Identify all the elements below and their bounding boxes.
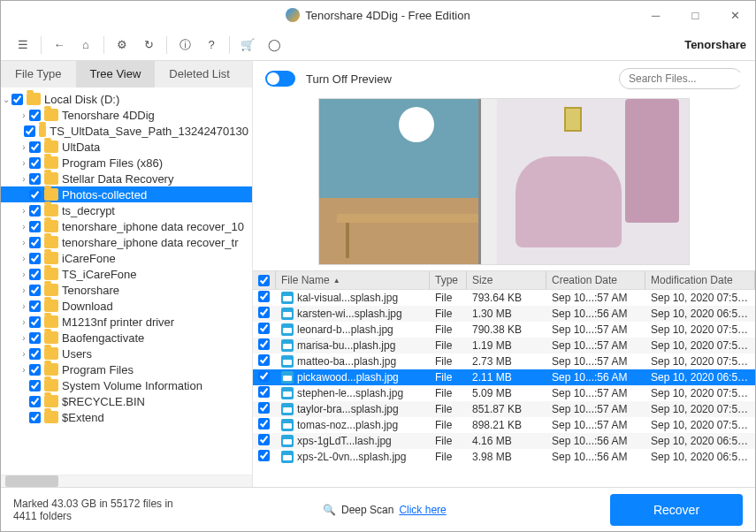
- file-row[interactable]: taylor-bra...splash.jpgFile851.87 KBSep …: [253, 401, 755, 417]
- tree-checkbox[interactable]: [29, 300, 41, 312]
- file-row[interactable]: kal-visual...splash.jpgFile793.64 KBSep …: [253, 290, 755, 306]
- preview-toggle[interactable]: [265, 71, 295, 87]
- tree-item[interactable]: ›Program Files (x86): [1, 155, 252, 171]
- tree-item[interactable]: ›Baofengactivate: [1, 330, 252, 346]
- tree-item[interactable]: ›Tenorshare: [1, 282, 252, 298]
- expand-icon[interactable]: ›: [19, 158, 29, 168]
- tree-item[interactable]: ›iCareFone: [1, 250, 252, 266]
- file-grid[interactable]: kal-visual...splash.jpgFile793.64 KBSep …: [253, 290, 755, 487]
- expand-icon[interactable]: ›: [19, 270, 29, 279]
- file-row[interactable]: karsten-wi...splash.jpgFile1.30 MBSep 10…: [253, 306, 755, 322]
- tree-checkbox[interactable]: [29, 412, 41, 423]
- tree-checkbox[interactable]: [29, 221, 41, 232]
- tree-checkbox[interactable]: [29, 316, 41, 328]
- file-row[interactable]: xps-1gLdT...lash.jpgFile4.16 MBSep 10...…: [253, 433, 755, 449]
- search-box[interactable]: 🔍: [619, 68, 743, 89]
- tree-item[interactable]: $RECYCLE.BIN: [1, 393, 252, 409]
- expand-icon[interactable]: ›: [19, 142, 29, 152]
- col-modification-date[interactable]: Modification Date: [645, 271, 755, 289]
- file-row[interactable]: tomas-noz...plash.jpgFile898.21 KBSep 10…: [253, 417, 755, 433]
- info-button[interactable]: ⓘ: [172, 32, 198, 58]
- file-row[interactable]: leonard-b...plash.jpgFile790.38 KBSep 10…: [253, 322, 755, 338]
- select-all-checkbox[interactable]: [258, 275, 270, 286]
- expand-icon[interactable]: ›: [19, 206, 29, 216]
- tree-item[interactable]: ›Users: [1, 346, 252, 361]
- file-checkbox[interactable]: [258, 338, 270, 350]
- col-type[interactable]: Type: [430, 271, 467, 289]
- account-button[interactable]: ◯: [261, 32, 287, 58]
- tree-checkbox[interactable]: [29, 285, 41, 296]
- expand-icon[interactable]: ›: [19, 349, 29, 359]
- expand-icon[interactable]: ›: [19, 333, 29, 343]
- file-checkbox[interactable]: [258, 418, 270, 429]
- tree-item[interactable]: ›M1213nf printer driver: [1, 314, 252, 330]
- tab-tree-view[interactable]: Tree View: [76, 61, 156, 87]
- tree-checkbox[interactable]: [29, 269, 41, 280]
- tree-item[interactable]: ›UltData: [1, 139, 252, 155]
- tree-checkbox[interactable]: [29, 364, 41, 376]
- tree-checkbox[interactable]: [29, 237, 41, 248]
- tree-checkbox[interactable]: [24, 125, 35, 137]
- history-button[interactable]: ↻: [135, 32, 162, 58]
- expand-icon[interactable]: ›: [19, 174, 29, 184]
- tree-checkbox[interactable]: [11, 94, 23, 105]
- menu-button[interactable]: ☰: [10, 32, 36, 58]
- tree-checkbox[interactable]: [29, 189, 41, 201]
- expand-icon[interactable]: ›: [19, 317, 29, 327]
- file-checkbox[interactable]: [258, 402, 270, 414]
- file-checkbox[interactable]: [258, 323, 270, 334]
- file-row[interactable]: pickawood...plash.jpgFile2.11 MBSep 10..…: [253, 369, 755, 385]
- recover-button[interactable]: Recover: [610, 494, 743, 526]
- folder-tree[interactable]: ⌄Local Disk (D:)›Tenorshare 4DDigTS_UltD…: [1, 87, 252, 475]
- col-creation-date[interactable]: Creation Date: [546, 271, 645, 289]
- tree-root[interactable]: ⌄Local Disk (D:): [1, 91, 252, 107]
- home-button[interactable]: ⌂: [73, 32, 99, 58]
- file-checkbox[interactable]: [258, 307, 270, 318]
- file-row[interactable]: xps-2L-0vn...splash.jpgFile3.98 MBSep 10…: [253, 449, 755, 465]
- file-checkbox[interactable]: [258, 291, 270, 302]
- file-row[interactable]: marisa-bu...plash.jpgFile1.19 MBSep 10..…: [253, 338, 755, 353]
- tab-file-type[interactable]: File Type: [1, 61, 76, 87]
- help-button[interactable]: ?: [198, 32, 225, 58]
- settings-button[interactable]: ⚙: [109, 32, 135, 58]
- tab-deleted-list[interactable]: Deleted List: [155, 61, 244, 87]
- file-checkbox[interactable]: [258, 354, 270, 366]
- tree-item[interactable]: ›tenorshare_iphone data recover_10: [1, 218, 252, 234]
- tree-item[interactable]: $Extend: [1, 409, 252, 425]
- expand-icon[interactable]: ›: [19, 254, 29, 263]
- tree-checkbox[interactable]: [29, 380, 41, 391]
- expand-icon[interactable]: ›: [19, 110, 29, 120]
- tree-item[interactable]: ›tenorshare_iphone data recover_tr: [1, 234, 252, 250]
- expand-icon[interactable]: ›: [19, 365, 29, 375]
- close-button[interactable]: ✕: [715, 1, 755, 29]
- tree-item[interactable]: ›Program Files: [1, 361, 252, 377]
- tree-checkbox[interactable]: [29, 141, 41, 153]
- back-button[interactable]: ←: [46, 32, 73, 58]
- expand-icon[interactable]: ›: [19, 222, 29, 232]
- deep-scan-link[interactable]: Click here: [399, 504, 446, 516]
- expand-icon[interactable]: ›: [19, 285, 29, 295]
- tree-item[interactable]: ›Stellar Data Recovery: [1, 171, 252, 186]
- tree-item[interactable]: ›ts_decrypt: [1, 202, 252, 218]
- file-row[interactable]: stephen-le...splash.jpgFile5.09 MBSep 10…: [253, 385, 755, 401]
- col-filename[interactable]: File Name▲: [276, 271, 430, 289]
- maximize-button[interactable]: □: [676, 1, 715, 29]
- tree-item[interactable]: Photos-collected: [1, 186, 252, 202]
- expand-icon[interactable]: ›: [19, 301, 29, 311]
- minimize-button[interactable]: ─: [636, 1, 676, 29]
- file-checkbox[interactable]: [258, 386, 270, 398]
- tree-item[interactable]: System Volume Information: [1, 377, 252, 393]
- tree-scrollbar[interactable]: [1, 475, 252, 487]
- expand-icon[interactable]: ›: [19, 238, 29, 247]
- file-checkbox[interactable]: [258, 370, 270, 382]
- tree-item[interactable]: ›Download: [1, 298, 252, 314]
- tree-checkbox[interactable]: [29, 205, 41, 217]
- collapse-icon[interactable]: ⌄: [1, 95, 11, 104]
- col-size[interactable]: Size: [467, 271, 546, 289]
- tree-checkbox[interactable]: [29, 157, 41, 169]
- tree-checkbox[interactable]: [29, 173, 41, 185]
- tree-checkbox[interactable]: [29, 253, 41, 264]
- tree-item[interactable]: ›Tenorshare 4DDig: [1, 107, 252, 123]
- tree-item[interactable]: ›TS_iCareFone: [1, 266, 252, 282]
- tree-checkbox[interactable]: [29, 396, 41, 407]
